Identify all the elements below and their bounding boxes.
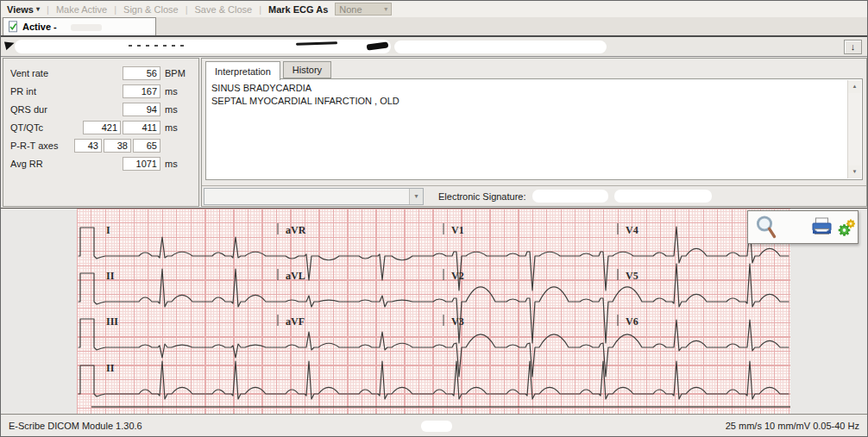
redaction-mark: [4, 40, 16, 50]
save-and-close-button[interactable]: Save & Close: [195, 4, 253, 15]
p-axis-value[interactable]: 43: [74, 139, 102, 153]
signature-dropdown[interactable]: ▾: [204, 188, 424, 205]
measurement-row: Avg RR 1071 ms: [10, 154, 198, 172]
lead-label-aVL: aVL: [286, 270, 305, 283]
measurement-row: Vent rate 56 BPM: [10, 64, 198, 82]
vent-rate-value[interactable]: 56: [123, 66, 160, 80]
toolbar-separator: |: [259, 4, 261, 15]
settings-button[interactable]: [837, 217, 858, 238]
lead-label-aVR: aVR: [286, 224, 305, 237]
views-dropdown-icon: ▾: [36, 5, 40, 13]
collapse-header-button[interactable]: ↓: [844, 40, 862, 54]
patient-header: ↓: [1, 35, 867, 57]
mark-ecg-as-value: None: [339, 4, 362, 15]
measurement-row: QRS dur 94 ms: [10, 100, 198, 118]
qrs-dur-unit: ms: [160, 104, 188, 115]
redacted-signature: [614, 190, 712, 203]
zoom-button[interactable]: [755, 215, 778, 240]
make-active-button[interactable]: Make Active: [56, 4, 107, 15]
qtc-value[interactable]: 411: [123, 121, 160, 134]
measurement-row: P-R-T axes 43 38 65: [10, 136, 198, 154]
sign-and-close-button[interactable]: Sign & Close: [123, 4, 179, 15]
down-arrow-icon: ↓: [851, 42, 856, 52]
pr-int-value[interactable]: 167: [123, 84, 160, 98]
scroll-down-icon[interactable]: ▼: [848, 165, 861, 178]
redacted-status-item: [421, 421, 452, 432]
lead-label-V3: V3: [451, 315, 464, 328]
status-ecg-settings: 25 mm/s 10 mm/mV 0.05-40 Hz: [726, 421, 859, 431]
mark-ecg-as-label: Mark ECG As: [268, 4, 328, 15]
redacted-tab-text: [71, 24, 102, 31]
qt-value[interactable]: 421: [83, 121, 121, 134]
views-menu-label: Views: [7, 4, 34, 15]
ecg-traces: [77, 209, 790, 416]
t-axis-value[interactable]: 65: [133, 139, 160, 153]
toolbar-separator: |: [114, 4, 116, 15]
lead-label-I: I: [106, 224, 110, 237]
lead-label-V5: V5: [626, 270, 638, 283]
avg-rr-value[interactable]: 1071: [123, 157, 160, 171]
qrs-dur-value[interactable]: 94: [123, 103, 160, 116]
lead-label-aVF: aVF: [286, 315, 305, 328]
lead-label-III: III: [106, 315, 118, 328]
printer-icon: [811, 217, 833, 237]
pr-int-unit: ms: [160, 86, 188, 97]
qt-qtc-unit: ms: [160, 122, 188, 133]
tab-interpretation[interactable]: Interpretation: [205, 61, 280, 80]
measurements-panel: Vent rate 56 BPM PR int 167 ms QRS dur 9…: [3, 58, 199, 207]
vent-rate-unit: BPM: [160, 68, 188, 78]
tab-active-ecg[interactable]: Active -: [3, 17, 156, 35]
views-menu-button[interactable]: Views ▾: [7, 4, 40, 15]
interpretation-tabstrip: Interpretation History: [202, 59, 866, 78]
lead-label-V4: V4: [626, 224, 638, 237]
pr-int-label: PR int: [10, 86, 67, 97]
avg-rr-label: Avg RR: [10, 159, 67, 169]
interpretation-line: SEPTAL MYOCARDIAL INFARCTION , OLD: [211, 95, 843, 108]
interpretation-line: SINUS BRADYCARDIA: [211, 82, 843, 95]
lead-label-V2: V2: [451, 270, 464, 283]
gears-icon: [837, 217, 858, 238]
interpretation-panel: Interpretation History SINUS BRADYCARDIA…: [201, 58, 867, 207]
redacted-signature: [532, 190, 608, 203]
tab-label: Active -: [22, 22, 57, 32]
toolbar-separator: |: [186, 4, 188, 15]
redacted-patient-info: [394, 41, 607, 53]
chevron-down-icon: ▾: [409, 189, 423, 204]
vertical-scrollbar[interactable]: ▲ ▼: [847, 80, 861, 178]
main-toolbar: Views ▾ | Make Active | Sign & Close | S…: [1, 1, 867, 17]
qrs-dur-label: QRS dur: [10, 104, 67, 115]
lead-label-II: II: [106, 362, 114, 375]
ecg-toolbar: [747, 210, 859, 244]
toolbar-separator: |: [47, 4, 49, 15]
document-check-icon: [7, 21, 19, 33]
chevron-down-icon: ▾: [384, 5, 387, 13]
magnifier-icon: [755, 215, 778, 240]
measurement-row: PR int 167 ms: [10, 82, 198, 100]
interpretation-text-area[interactable]: SINUS BRADYCARDIA SEPTAL MYOCARDIAL INFA…: [205, 78, 863, 180]
signature-row: ▾ Electronic Signature:: [202, 185, 866, 206]
redaction-mark: [129, 45, 186, 47]
lead-label-V1: V1: [451, 224, 464, 237]
scroll-up-icon[interactable]: ▲: [848, 80, 861, 93]
status-bar: E-Scribe DICOM Module 1.30.6 25 mm/s 10 …: [1, 414, 867, 436]
mark-ecg-as-dropdown[interactable]: None ▾: [335, 3, 392, 16]
qt-qtc-label: QT/QTc: [10, 122, 67, 133]
measurement-row: QT/QTc 421 411 ms: [10, 118, 198, 136]
tab-history[interactable]: History: [283, 61, 331, 78]
lead-label-II: II: [106, 270, 114, 283]
ecg-area: IaVRV1V4IIaVLV2V5IIIaVFV3V6II: [1, 208, 867, 415]
r-axis-value[interactable]: 38: [104, 139, 131, 153]
tab-strip: Active -: [1, 17, 867, 35]
vent-rate-label: Vent rate: [10, 68, 67, 78]
lead-label-V6: V6: [626, 315, 638, 328]
electronic-signature-label: Electronic Signature:: [438, 191, 526, 202]
print-button[interactable]: [811, 217, 833, 237]
prt-axes-label: P-R-T axes: [10, 140, 67, 151]
content-row: Vent rate 56 BPM PR int 167 ms QRS dur 9…: [1, 57, 867, 208]
status-module-version: E-Scribe DICOM Module 1.30.6: [9, 421, 142, 431]
app-window: Views ▾ | Make Active | Sign & Close | S…: [0, 0, 868, 437]
avg-rr-unit: ms: [160, 159, 188, 169]
ecg-waveform-plot: IaVRV1V4IIaVLV2V5IIIaVFV3V6II: [77, 209, 790, 416]
